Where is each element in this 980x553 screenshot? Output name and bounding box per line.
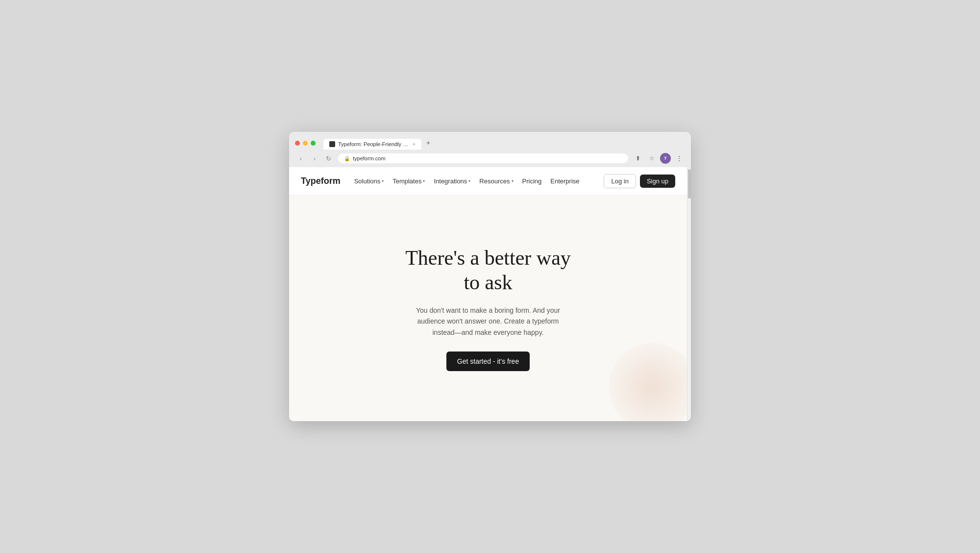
- toolbar-actions: ⬆ ☆ T ⋮: [632, 152, 685, 164]
- hero-title: There's a better way to ask: [395, 246, 581, 295]
- tab-close-button[interactable]: ×: [413, 142, 416, 147]
- browser-chrome: Typeform: People-Friendly Fo... × + ‹ › …: [289, 132, 691, 167]
- extensions-button[interactable]: T: [660, 152, 671, 164]
- desktop: Typeform: People-Friendly Fo... × + ‹ › …: [0, 0, 980, 553]
- nav-enterprise[interactable]: Enterprise: [550, 177, 579, 185]
- scrollbar-thumb[interactable]: [688, 169, 691, 199]
- window-minimize-button[interactable]: [303, 141, 308, 146]
- nav-integrations[interactable]: Integrations ▾: [434, 177, 470, 185]
- window-controls: [295, 141, 316, 146]
- nav-links: Solutions ▾ Templates ▾ Integrations ▾: [354, 177, 604, 185]
- chevron-down-icon: ▾: [468, 179, 470, 183]
- nav-pricing[interactable]: Pricing: [522, 177, 542, 185]
- back-button[interactable]: ‹: [295, 152, 307, 164]
- browser-toolbar: ‹ › ↻ 🔒 typeform.com ⬆ ☆ T ⋮: [289, 150, 691, 167]
- site-logo[interactable]: Typeform: [301, 176, 341, 186]
- browser-window: Typeform: People-Friendly Fo... × + ‹ › …: [289, 132, 691, 421]
- tab-favicon: [329, 141, 335, 147]
- hero-section: There's a better way to ask You don't wa…: [289, 196, 687, 421]
- share-button[interactable]: ⬆: [632, 152, 644, 164]
- site-nav: Typeform Solutions ▾ Templates ▾: [289, 167, 687, 196]
- forward-button[interactable]: ›: [309, 152, 320, 164]
- nav-resources[interactable]: Resources ▾: [479, 177, 513, 185]
- signup-button[interactable]: Sign up: [640, 175, 675, 188]
- nav-solutions[interactable]: Solutions ▾: [354, 177, 384, 185]
- browser-tabs: Typeform: People-Friendly Fo... × +: [323, 137, 434, 150]
- browser-content: Typeform Solutions ▾ Templates ▾: [289, 167, 687, 421]
- hero-subtitle: You don't want to make a boring form. An…: [415, 305, 562, 338]
- hero-decoration: [609, 343, 687, 421]
- window-close-button[interactable]: [295, 141, 300, 146]
- chevron-down-icon: ▾: [382, 179, 384, 183]
- chevron-down-icon: ▾: [423, 179, 425, 183]
- browser-menu-button[interactable]: ⋮: [673, 152, 685, 164]
- browser-content-wrapper: Typeform Solutions ▾ Templates ▾: [289, 167, 691, 421]
- address-bar[interactable]: 🔒 typeform.com: [338, 153, 628, 163]
- nav-actions: Log in Sign up: [604, 174, 675, 188]
- bookmark-button[interactable]: ☆: [646, 152, 658, 164]
- website: Typeform Solutions ▾ Templates ▾: [289, 167, 687, 421]
- new-tab-button[interactable]: +: [422, 137, 434, 149]
- browser-tab-active[interactable]: Typeform: People-Friendly Fo... ×: [323, 139, 421, 150]
- address-text: typeform.com: [353, 155, 622, 161]
- browser-scrollbar[interactable]: [687, 167, 691, 421]
- login-button[interactable]: Log in: [604, 174, 636, 188]
- tab-title: Typeform: People-Friendly Fo...: [338, 141, 410, 147]
- window-maximize-button[interactable]: [311, 141, 316, 146]
- refresh-button[interactable]: ↻: [322, 152, 334, 164]
- nav-buttons: ‹ › ↻: [295, 152, 334, 164]
- lock-icon: 🔒: [344, 156, 350, 161]
- chevron-down-icon: ▾: [512, 179, 514, 183]
- nav-templates[interactable]: Templates ▾: [392, 177, 425, 185]
- browser-titlebar: Typeform: People-Friendly Fo... × +: [289, 132, 691, 150]
- user-avatar: T: [660, 153, 671, 164]
- hero-cta-button[interactable]: Get started - it's free: [446, 352, 530, 371]
